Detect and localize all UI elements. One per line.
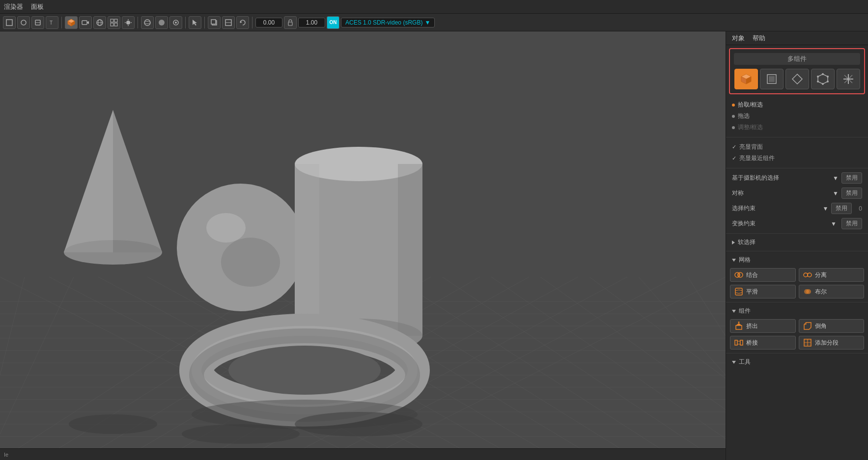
toolbar-btn-3[interactable] bbox=[31, 16, 44, 29]
bevel-btn[interactable]: 倒角 bbox=[799, 319, 865, 333]
svg-point-18 bbox=[126, 21, 130, 25]
svg-point-118 bbox=[808, 273, 812, 277]
mode-btn-object[interactable] bbox=[734, 69, 758, 89]
bool-btn[interactable]: 布尔 bbox=[799, 285, 865, 298]
transform-constraint-dropdown[interactable]: 禁用 bbox=[841, 218, 862, 229]
toolbar-btn-2[interactable] bbox=[17, 16, 30, 29]
bridge-icon bbox=[734, 338, 743, 347]
svg-rect-101 bbox=[769, 76, 775, 82]
separate-btn[interactable]: 分离 bbox=[799, 268, 865, 282]
svg-rect-30 bbox=[211, 20, 216, 24]
add-division-btn[interactable]: 添加分段 bbox=[799, 336, 865, 350]
toolbar-camera-btn[interactable] bbox=[79, 16, 92, 29]
svg-rect-9 bbox=[82, 21, 87, 25]
toolbar-cube-btn[interactable] bbox=[65, 16, 78, 29]
separate-icon bbox=[803, 271, 812, 279]
svg-rect-16 bbox=[111, 23, 113, 26]
toolbar-on-btn[interactable]: ON bbox=[327, 16, 339, 29]
toolbar-sphere-btn[interactable] bbox=[141, 16, 154, 29]
toolbar-light-btn[interactable] bbox=[122, 16, 135, 29]
menu-help[interactable]: 帮助 bbox=[753, 34, 765, 43]
toolbar-refresh-btn[interactable] bbox=[236, 16, 249, 29]
svg-point-94 bbox=[182, 424, 300, 444]
toolbar-globe-btn[interactable] bbox=[93, 16, 106, 29]
combine-btn[interactable]: 结合 bbox=[730, 268, 796, 282]
mode-btn-all[interactable] bbox=[837, 69, 860, 89]
svg-text:T: T bbox=[50, 20, 53, 26]
mode-btn-vertex[interactable] bbox=[811, 69, 835, 89]
soft-select-triangle bbox=[732, 241, 735, 244]
svg-point-93 bbox=[69, 414, 157, 434]
select-adjust[interactable]: 调整/框选 bbox=[732, 122, 862, 133]
select-constraint-dropdown[interactable]: 禁用 bbox=[831, 203, 852, 214]
toolbar-resize-btn[interactable] bbox=[222, 16, 235, 29]
menu-object[interactable]: 对象 bbox=[732, 34, 745, 43]
svg-point-106 bbox=[827, 81, 829, 82]
mode-btn-edge[interactable] bbox=[785, 69, 809, 89]
select-pick[interactable]: 拾取/框选 bbox=[732, 99, 862, 110]
select-constraint-row[interactable]: 选择约束 ▼ 禁用 0 bbox=[726, 201, 868, 216]
toolbar-value2[interactable]: 1.00 bbox=[298, 18, 325, 27]
camera-selection-row[interactable]: 基于摄影机的选择 ▼ 禁用 bbox=[726, 170, 868, 186]
components-header[interactable]: 组件 bbox=[726, 304, 868, 318]
soft-select-header[interactable]: 软选择 bbox=[726, 236, 868, 249]
toolbar-circle-btn[interactable] bbox=[169, 16, 182, 29]
toolbar-lock-btn[interactable] bbox=[284, 16, 297, 29]
right-topmenu: 对象 帮助 bbox=[726, 31, 868, 45]
combine-icon bbox=[734, 271, 743, 279]
mode-buttons bbox=[734, 69, 860, 89]
smooth-btn[interactable]: 平滑 bbox=[730, 285, 796, 298]
svg-rect-0 bbox=[6, 20, 12, 26]
mode-title: 多组件 bbox=[734, 53, 860, 65]
tools-header[interactable]: 工具 bbox=[726, 355, 868, 369]
divider-3 bbox=[726, 233, 868, 234]
toolbar-btn-1[interactable] bbox=[3, 16, 16, 29]
transform-constraint-row[interactable]: 变换约束 ▼ 禁用 bbox=[726, 216, 868, 231]
svg-point-81 bbox=[206, 213, 246, 243]
mode-btn-face[interactable] bbox=[760, 69, 784, 89]
checkbox-nearest[interactable]: ✓ 亮显最近组件 bbox=[732, 153, 862, 164]
toolbar-grid-btn[interactable] bbox=[108, 16, 120, 29]
mesh-row-2: 平滑 布尔 bbox=[726, 283, 868, 300]
bridge-btn[interactable]: 桥接 bbox=[730, 336, 796, 350]
symmetry-row[interactable]: 对称 ▼ 禁用 bbox=[726, 186, 868, 201]
camera-selection-dropdown[interactable]: 禁用 bbox=[841, 172, 862, 184]
toolbar-select-btn[interactable] bbox=[189, 16, 201, 29]
svg-point-104 bbox=[822, 73, 824, 75]
svg-rect-123 bbox=[736, 325, 742, 329]
toolbar: T bbox=[0, 14, 868, 31]
svg-point-122 bbox=[806, 289, 811, 294]
extrude-btn[interactable]: 挤出 bbox=[730, 319, 796, 333]
status-text: Ie bbox=[4, 452, 8, 458]
divider-2 bbox=[726, 168, 868, 168]
viewport-svg bbox=[0, 31, 726, 460]
svg-marker-28 bbox=[193, 20, 197, 26]
select-drag[interactable]: 拖选 bbox=[732, 110, 862, 122]
mesh-header[interactable]: 网格 bbox=[726, 253, 868, 267]
svg-point-91 bbox=[228, 346, 381, 395]
mesh-triangle bbox=[732, 259, 736, 262]
svg-marker-127 bbox=[804, 323, 811, 329]
checkbox-section: ✓ 亮显背面 ✓ 亮显最近组件 bbox=[726, 139, 868, 166]
menu-renderer[interactable]: 渲染器 bbox=[4, 2, 23, 11]
svg-point-117 bbox=[804, 273, 808, 277]
symmetry-dropdown[interactable]: 禁用 bbox=[841, 188, 862, 199]
menu-panel[interactable]: 面板 bbox=[31, 2, 44, 11]
svg-marker-124 bbox=[736, 323, 742, 325]
toolbar-sep-1 bbox=[61, 17, 62, 28]
top-menubar: 渲染器 面板 bbox=[0, 0, 868, 14]
svg-rect-120 bbox=[735, 288, 742, 295]
toolbar-value1[interactable]: 0.00 bbox=[255, 18, 282, 27]
svg-point-105 bbox=[827, 76, 829, 78]
checkbox-backface[interactable]: ✓ 亮显背面 bbox=[732, 141, 862, 153]
toolbar-sphere2-btn[interactable] bbox=[155, 16, 168, 29]
svg-point-95 bbox=[295, 412, 422, 436]
toolbar-copy-btn[interactable] bbox=[208, 16, 221, 29]
components-row-1: 挤出 倒角 bbox=[726, 318, 868, 334]
viewport[interactable]: Ie bbox=[0, 31, 726, 460]
toolbar-colorspace[interactable]: ACES 1.0 SDR-video (sRGB) ▼ bbox=[341, 18, 435, 27]
svg-point-108 bbox=[817, 81, 819, 82]
toolbar-btn-4[interactable]: T bbox=[46, 16, 58, 29]
svg-point-82 bbox=[221, 238, 280, 287]
svg-rect-14 bbox=[111, 19, 113, 22]
